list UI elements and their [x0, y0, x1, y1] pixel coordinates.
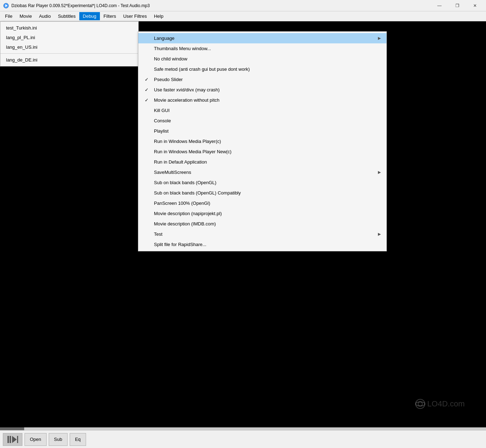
restore-button[interactable]: ❐: [449, 0, 465, 11]
menu-sub-opengl-compat[interactable]: Sub on black bands (OpenGL) Compatibly: [138, 188, 386, 198]
menu-language[interactable]: Language ▶: [138, 33, 386, 43]
menu-playlist[interactable]: Playlist: [138, 126, 386, 136]
menu-movie-desc-imdb[interactable]: Movie description (IMDB.com): [138, 219, 386, 229]
language-submenu: test_Turkish.ini lang_pl_PL.ini lang_en_…: [0, 21, 139, 66]
lang-de[interactable]: lang_de_DE.ini: [0, 55, 138, 65]
window-controls: — ❐ ✕: [431, 0, 483, 11]
lang-separator: [0, 53, 138, 54]
menu-faster-xvid[interactable]: Use faster xvid/divx (may crash): [138, 85, 386, 95]
svg-rect-8: [17, 436, 18, 443]
menu-help[interactable]: Help: [150, 12, 167, 20]
title-bar: Dziobas Rar Player 0.009.52*Experimental…: [0, 0, 486, 11]
menu-movie-desc-napi[interactable]: Movie description (napiprojekt.pl): [138, 208, 386, 219]
open-button[interactable]: Open: [25, 433, 47, 446]
lang-test-turkish[interactable]: test_Turkish.ini: [0, 23, 138, 33]
bottom-controls: Open Sub Eq: [0, 430, 486, 448]
menu-no-child[interactable]: No child window: [138, 54, 386, 64]
menu-run-wmp-new[interactable]: Run in Windows Media Player New(c): [138, 146, 386, 157]
seek-bar[interactable]: [0, 427, 486, 430]
svg-point-2: [416, 399, 425, 409]
menu-save-multiscreens[interactable]: SaveMultiScreens ▶: [138, 167, 386, 177]
menu-movie-accel[interactable]: Movie acceleration without pitch: [138, 95, 386, 105]
savemulti-arrow: ▶: [378, 170, 381, 175]
menu-movie[interactable]: Movie: [16, 12, 36, 20]
eq-button[interactable]: Eq: [70, 433, 86, 446]
menu-filters[interactable]: Filters: [100, 12, 119, 20]
menu-bar: File Movie Audio Subtitles Debug Filters…: [0, 11, 486, 21]
watermark: LO4D.com: [415, 399, 465, 409]
menu-run-wmp[interactable]: Run in Windows Media Player(c): [138, 136, 386, 146]
lang-en[interactable]: lang_en_US.ini: [0, 42, 138, 52]
menu-debug[interactable]: Debug: [79, 12, 100, 20]
test-arrow: ▶: [378, 232, 381, 236]
menu-audio[interactable]: Audio: [36, 12, 54, 20]
menu-file[interactable]: File: [1, 12, 16, 20]
svg-rect-6: [10, 436, 11, 443]
minimize-button[interactable]: —: [431, 0, 448, 11]
menu-console[interactable]: Console: [138, 116, 386, 126]
menu-split-rapidshare[interactable]: Split file for RapidShare...: [138, 239, 386, 250]
menu-sub-opengl[interactable]: Sub on black bands (OpenGL): [138, 177, 386, 188]
menu-test[interactable]: Test ▶: [138, 229, 386, 239]
menu-userfiltres[interactable]: User Filtres: [119, 12, 150, 20]
menu-thumbnails[interactable]: Thumbnails Menu window...: [138, 43, 386, 54]
window-title: Dziobas Rar Player 0.009.52*Experimental…: [11, 3, 431, 8]
playback-controls[interactable]: [3, 433, 22, 446]
menu-panscreen[interactable]: PanScreen 100% (OpenGl): [138, 198, 386, 208]
menu-pseudo-slider[interactable]: Pseudo Slider: [138, 74, 386, 85]
menu-subtitles[interactable]: Subtitles: [54, 12, 79, 20]
svg-rect-5: [7, 436, 9, 443]
sub-button[interactable]: Sub: [49, 433, 68, 446]
svg-marker-7: [12, 436, 17, 443]
debug-menu: Language ▶ Thumbnails Menu window... No …: [138, 31, 387, 251]
svg-point-4: [416, 402, 425, 406]
menu-run-default[interactable]: Run in Default Application: [138, 157, 386, 167]
seek-bar-fill: [0, 427, 24, 430]
app-icon: [3, 2, 9, 9]
menu-kill-gui[interactable]: Kill GUI: [138, 105, 386, 116]
menu-safe-method[interactable]: Safe metod (anti crash gui but puse dont…: [138, 64, 386, 74]
close-button[interactable]: ✕: [467, 0, 483, 11]
svg-point-3: [418, 402, 422, 406]
submenu-arrow: ▶: [378, 36, 381, 41]
lang-pl[interactable]: lang_pl_PL.ini: [0, 33, 138, 42]
